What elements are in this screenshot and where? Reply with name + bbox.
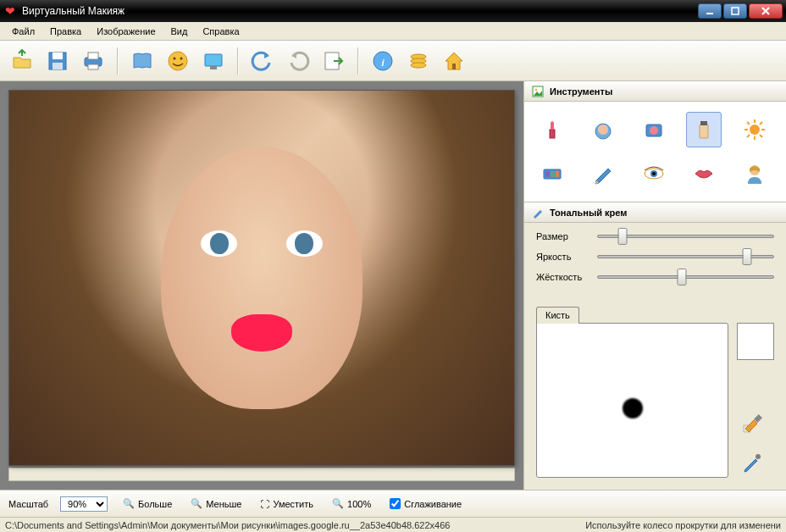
brush-preview: Кисть xyxy=(536,323,728,478)
tool-grid xyxy=(524,102,786,202)
svg-rect-12 xyxy=(210,66,217,69)
paint-tool-icon[interactable] xyxy=(737,407,767,437)
svg-point-26 xyxy=(650,126,658,135)
fit-button[interactable]: ⛶Уместить xyxy=(257,497,317,511)
eyedropper-icon[interactable] xyxy=(737,447,767,478)
powder-icon[interactable] xyxy=(585,112,621,147)
window-buttons xyxy=(698,3,783,19)
brightness-slider[interactable] xyxy=(597,255,774,258)
coins-button[interactable] xyxy=(403,46,434,76)
image-canvas[interactable] xyxy=(8,90,515,466)
open-button[interactable] xyxy=(7,46,37,76)
svg-rect-40 xyxy=(551,171,555,177)
current-tool-header: Тональный крем xyxy=(524,202,786,223)
smile-button[interactable] xyxy=(163,46,193,76)
brush-tab[interactable]: Кисть xyxy=(536,307,579,324)
person-icon[interactable] xyxy=(737,156,772,191)
eye-icon[interactable] xyxy=(636,156,672,191)
statusbar: C:\Documents and Settings\Admin\Мои доку… xyxy=(0,517,786,532)
svg-point-21 xyxy=(535,88,538,91)
status-path: C:\Documents and Settings\Admin\Мои доку… xyxy=(5,520,450,530)
menu-help[interactable]: Справка xyxy=(196,25,246,38)
fit-icon: ⛶ xyxy=(260,499,269,509)
current-tool-title: Тональный крем xyxy=(550,208,627,218)
svg-line-34 xyxy=(747,122,750,125)
hundred-button[interactable]: 🔍100% xyxy=(329,496,374,511)
hardness-slider-row: Жёсткость xyxy=(536,272,774,282)
svg-point-29 xyxy=(750,125,760,135)
hardness-label: Жёсткость xyxy=(536,272,597,282)
brush-dot-icon xyxy=(623,398,643,418)
window-title: Виртуальный Макияж xyxy=(22,5,698,17)
smoothing-checkbox[interactable] xyxy=(390,498,401,509)
menu-edit[interactable]: Правка xyxy=(43,25,88,38)
close-button[interactable] xyxy=(749,3,783,19)
redo-button[interactable] xyxy=(283,46,313,76)
svg-rect-19 xyxy=(452,64,456,69)
foundation-icon[interactable] xyxy=(686,112,722,147)
home-button[interactable] xyxy=(439,46,469,76)
svg-rect-6 xyxy=(88,53,98,59)
svg-line-36 xyxy=(760,122,762,125)
menu-file[interactable]: Файл xyxy=(5,25,42,38)
save-button[interactable] xyxy=(42,46,73,76)
magnify-minus-icon: 🔍 xyxy=(191,498,202,509)
zoom-select[interactable]: 90% xyxy=(60,496,108,512)
size-slider[interactable] xyxy=(597,235,774,238)
bottombar: Масштаб 90% 🔍Больше 🔍Меньше ⛶Уместить 🔍1… xyxy=(0,490,786,517)
hardness-slider[interactable] xyxy=(597,275,774,279)
svg-line-37 xyxy=(747,135,750,137)
svg-point-9 xyxy=(174,57,176,59)
content-area: Инструменты Тональный крем Размер Яркос xyxy=(0,81,786,490)
magnify-plus-icon: 🔍 xyxy=(123,498,135,509)
svg-point-24 xyxy=(598,125,608,135)
screen-button[interactable] xyxy=(198,46,229,76)
maximize-button[interactable] xyxy=(723,3,747,19)
toolbar: i xyxy=(0,41,786,81)
color-swatch[interactable] xyxy=(737,323,774,360)
pencil-icon[interactable] xyxy=(585,156,621,191)
sliders-panel: Размер Яркость Жёсткость xyxy=(524,223,786,301)
brightness-slider-row: Яркость xyxy=(536,252,774,262)
lips-icon[interactable] xyxy=(686,156,722,191)
tools-title: Инструменты xyxy=(550,86,612,97)
svg-point-48 xyxy=(756,454,761,459)
svg-rect-27 xyxy=(700,125,708,138)
undo-button[interactable] xyxy=(247,46,278,76)
right-panel: Инструменты Тональный крем Размер Яркос xyxy=(523,81,786,490)
svg-rect-28 xyxy=(700,121,707,125)
book-button[interactable] xyxy=(127,46,158,76)
minimize-button[interactable] xyxy=(698,3,722,19)
sun-icon[interactable] xyxy=(737,112,772,147)
horizontal-scrollbar[interactable] xyxy=(8,468,515,481)
image-icon xyxy=(531,85,545,98)
export-button[interactable] xyxy=(318,46,349,76)
zoom-in-button[interactable]: 🔍Больше xyxy=(119,496,175,511)
zoom-out-button[interactable]: 🔍Меньше xyxy=(187,496,245,511)
svg-rect-1 xyxy=(732,8,739,14)
svg-rect-11 xyxy=(205,54,222,66)
svg-rect-4 xyxy=(53,63,63,69)
svg-rect-41 xyxy=(556,171,559,177)
menubar: Файл Правка Изображение Вид Справка xyxy=(0,22,786,41)
status-hint: Используйте колесо прокрутки для изменен… xyxy=(585,520,781,530)
svg-rect-39 xyxy=(545,171,550,177)
brush-side xyxy=(737,323,774,478)
lipstick-icon[interactable] xyxy=(534,112,570,147)
blush-icon[interactable] xyxy=(636,112,672,147)
menu-image[interactable]: Изображение xyxy=(90,25,162,38)
svg-line-35 xyxy=(760,135,762,137)
print-button[interactable] xyxy=(78,46,108,76)
svg-point-10 xyxy=(180,57,183,59)
info-button[interactable]: i xyxy=(368,46,398,76)
svg-rect-22 xyxy=(550,130,555,138)
brush-area: Кисть xyxy=(524,301,786,490)
app-icon: ❤ xyxy=(3,4,17,18)
svg-point-8 xyxy=(169,52,187,70)
menu-view[interactable]: Вид xyxy=(164,25,195,38)
size-label: Размер xyxy=(536,231,597,241)
eyeshadow-icon[interactable] xyxy=(534,156,570,191)
smoothing-check[interactable]: Сглаживание xyxy=(386,496,465,511)
svg-rect-3 xyxy=(53,53,63,59)
svg-point-44 xyxy=(652,172,656,175)
